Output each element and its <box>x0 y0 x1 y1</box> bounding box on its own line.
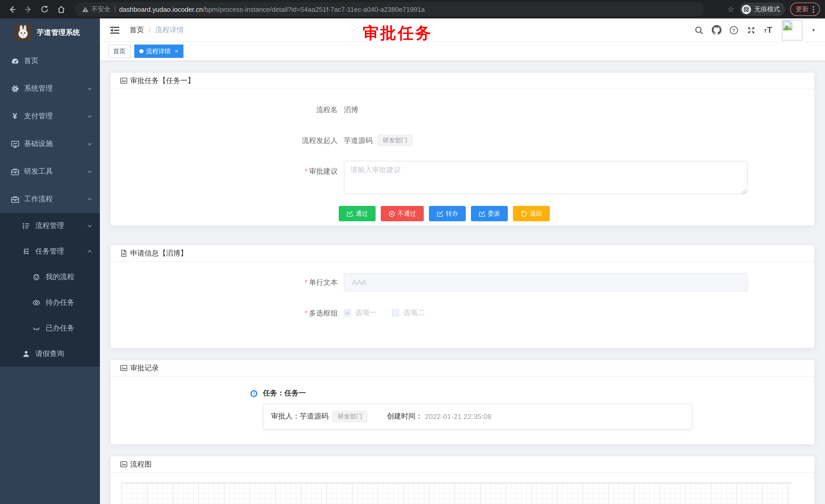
card-title: 流程图 <box>130 460 152 469</box>
sidebar-item-todo-tasks[interactable]: 待办任务 <box>0 290 100 316</box>
eye-open-icon <box>32 298 41 307</box>
chevron-down-icon <box>87 141 93 147</box>
workflow-submenu: 流程管理 任务管理 我的流程 <box>0 213 100 367</box>
caret-down-icon[interactable]: ▼ <box>811 27 816 32</box>
field-checkbox-group: 多选框组 选项一 选项二 <box>289 303 804 323</box>
list-tree-icon <box>21 221 31 231</box>
close-icon[interactable]: × <box>175 48 178 55</box>
gear-icon <box>10 84 19 93</box>
breadcrumb-current: 流程详情 <box>155 25 184 34</box>
card-header: 审批记录 <box>111 360 814 376</box>
page-content: 审批任务【任务一】 流程名 滔博 流程发起人 芋道源码 研发部门 <box>100 61 825 504</box>
approval-record-item: 审批人：芋道源码 研发部门 创建时间：2022-01-21 22:35:08 <box>264 404 692 429</box>
sidebar-item-label: 工作流程 <box>24 195 87 204</box>
approval-record-card: 审批记录 任务：任务一 审批人：芋道源码 <box>110 359 815 444</box>
card-header: 流程图 <box>111 456 814 473</box>
return-button[interactable]: 退回 <box>513 206 550 221</box>
picture-icon <box>120 364 128 372</box>
sidebar-item-label: 研发工具 <box>24 167 87 176</box>
card-title: 申请信息【滔博】 <box>130 249 188 258</box>
dept-tag: 研发部门 <box>378 135 412 146</box>
security-status[interactable]: 不安全 <box>82 5 110 14</box>
approval-timeline: 任务：任务一 审批人：芋道源码 研发部门 创建时间：2022-01-21 22:… <box>250 389 804 429</box>
font-size-icon[interactable]: TT <box>764 26 772 34</box>
breadcrumb-home[interactable]: 首页 <box>130 25 144 34</box>
bpmn-canvas[interactable] <box>122 483 791 504</box>
sidebar-item-my-process[interactable]: 我的流程 <box>0 264 100 290</box>
picture-icon <box>120 460 128 468</box>
approve-button[interactable]: 通过 <box>339 206 376 221</box>
tag-process-detail[interactable]: 流程详情 × <box>134 45 183 58</box>
reload-icon[interactable] <box>38 3 51 16</box>
help-icon[interactable]: ? <box>729 25 739 35</box>
field-label: 流程发起人 <box>289 130 338 151</box>
chevron-down-icon <box>87 113 93 119</box>
sidebar-item-label: 基础设施 <box>24 139 87 149</box>
monitor-icon <box>10 139 19 149</box>
back-icon[interactable] <box>5 3 18 16</box>
incognito-icon <box>742 4 751 14</box>
sidebar-item-process-mgmt[interactable]: 流程管理 <box>0 213 100 239</box>
security-label: 不安全 <box>91 5 110 14</box>
sidebar-item-label: 待办任务 <box>46 298 93 307</box>
edit-icon <box>478 210 485 217</box>
field-process-name: 流程名 滔博 <box>289 99 804 120</box>
circle-close-icon <box>388 210 395 217</box>
tags-view: 首页 流程详情 × <box>100 42 825 61</box>
reject-button[interactable]: 不通过 <box>381 206 424 221</box>
tag-home[interactable]: 首页 <box>108 45 131 58</box>
sidebar-item-task-mgmt[interactable]: 任务管理 <box>0 239 100 264</box>
breadcrumb: 首页 / 流程详情 <box>130 25 184 34</box>
task-title: 任务：任务一 <box>263 389 306 398</box>
user-icon <box>21 349 31 358</box>
button-label: 通过 <box>356 209 368 218</box>
app-logo <box>14 24 32 41</box>
transfer-button[interactable]: 转办 <box>429 206 466 221</box>
chevron-down-icon <box>87 223 93 229</box>
search-icon[interactable] <box>694 25 704 35</box>
face-icon <box>32 272 41 282</box>
approver-label: 审批人： <box>271 412 300 421</box>
github-icon[interactable] <box>711 25 721 35</box>
approval-actions: 通过 不通过 转办 委 <box>339 206 804 221</box>
sidebar-item-home[interactable]: 首页 <box>0 47 100 75</box>
field-initiator: 流程发起人 芋道源码 研发部门 <box>289 130 804 151</box>
bookmark-star-icon[interactable]: ☆ <box>727 5 734 14</box>
checkbox-unchecked-icon <box>392 309 399 317</box>
chevron-up-icon <box>87 248 93 255</box>
sidebar-collapse-icon[interactable] <box>109 24 121 35</box>
sidebar-item-devtools[interactable]: 研发工具 <box>0 158 100 185</box>
document-icon <box>120 249 128 257</box>
sidebar-item-infra[interactable]: 基础设施 <box>0 130 100 158</box>
sidebar-item-done-tasks[interactable]: 已办任务 <box>0 316 100 341</box>
browser-menu-icon[interactable] <box>813 6 814 12</box>
sidebar-item-label: 请假查询 <box>35 349 93 358</box>
checkbox-label: 选项一 <box>355 308 377 318</box>
approver-name: 芋道源码 <box>300 412 328 421</box>
sidebar-item-payment[interactable]: ¥ 支付管理 <box>0 102 100 130</box>
sidebar-item-workflow[interactable]: 工作流程 <box>0 185 100 213</box>
sidebar-item-leave-query[interactable]: 请假查询 <box>0 341 100 367</box>
button-label: 不通过 <box>398 209 416 218</box>
eye-closed-icon <box>32 324 41 333</box>
browser-update-button[interactable]: 更新 <box>790 3 820 16</box>
fullscreen-icon[interactable] <box>746 25 756 35</box>
avatar[interactable] <box>782 20 803 40</box>
address-bar[interactable]: 不安全 dashboard.yudao.iocoder.cn/bpm/proce… <box>75 2 704 16</box>
app-title: 芋道管理系统 <box>37 28 80 37</box>
flow-diagram-card: 流程图 <box>110 456 815 504</box>
home-icon[interactable] <box>54 3 68 16</box>
approval-comment-input[interactable] <box>344 161 748 194</box>
url-divider <box>115 6 115 13</box>
resize-grip[interactable] <box>742 189 746 194</box>
field-single-text: 单行文本 <box>289 272 804 292</box>
clock-icon <box>250 390 258 397</box>
single-text-input <box>344 273 748 291</box>
delegate-button[interactable]: 委派 <box>471 206 508 221</box>
tag-label: 首页 <box>113 47 126 56</box>
sidebar-item-system[interactable]: 系统管理 <box>0 75 100 102</box>
app-logo-row[interactable]: 芋道管理系统 <box>0 18 100 47</box>
checkbox-label: 选项二 <box>403 308 425 318</box>
forward-icon[interactable] <box>21 3 35 16</box>
sidebar-item-label: 支付管理 <box>24 112 87 121</box>
